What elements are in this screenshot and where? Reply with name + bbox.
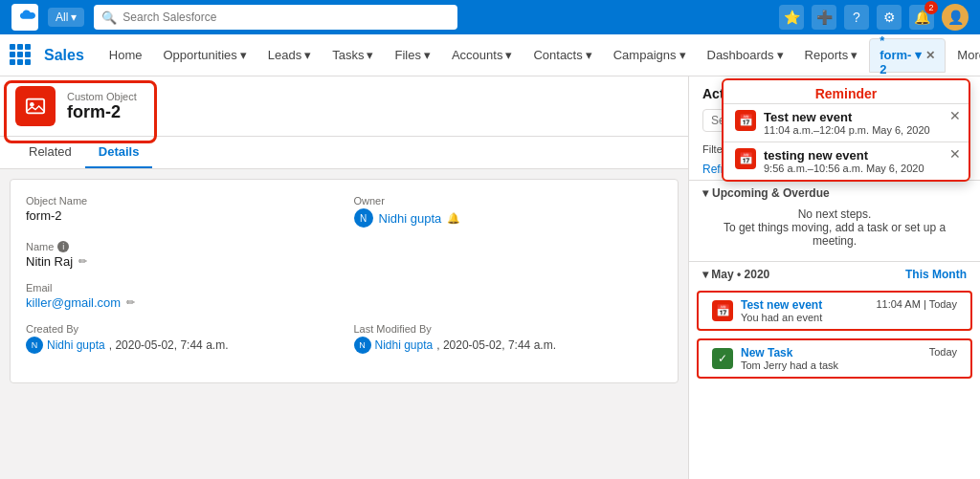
upcoming-title: ▾ Upcoming & Overdue <box>702 186 967 200</box>
svg-point-1 <box>30 102 34 107</box>
help-icon[interactable]: ? <box>844 5 869 30</box>
nav-campaigns-label: Campaigns <box>613 48 677 62</box>
app-name: Sales <box>38 47 90 64</box>
chevron-down-icon: ▾ <box>777 48 784 62</box>
object-header: Custom Object form-2 <box>0 76 688 137</box>
field-email: Email killer@gmail.com ✏ <box>26 282 335 310</box>
nav-dashboards[interactable]: Dashboards ▾ <box>698 38 793 73</box>
nav-contacts[interactable]: Contacts ▾ <box>523 38 601 73</box>
top-bar-right: ⭐ ➕ ? ⚙ 🔔 2 👤 <box>779 4 969 31</box>
activity-item-content-1: New Task Tom Jerry had a task <box>741 346 922 371</box>
nav-campaigns[interactable]: Campaigns ▾ <box>604 38 696 73</box>
nav-tab-label: * form-2 <box>880 33 911 76</box>
name-edit-icon[interactable]: ✏ <box>78 255 87 268</box>
reminder-item-0: 📅 Test new event 11:04 a.m.–12:04 p.m. M… <box>724 103 969 142</box>
detail-tabs: Related Details <box>0 137 688 169</box>
nav-opportunities[interactable]: Opportunities ▾ <box>154 38 256 73</box>
reminder-close-0[interactable]: ✕ <box>949 108 961 123</box>
activity-item-title-1[interactable]: New Task <box>741 346 922 359</box>
reminder-item-content-0: Test new event 11:04 a.m.–12:04 p.m. May… <box>764 110 930 136</box>
created-by-avatar: N <box>26 337 43 354</box>
activity-item-content-0: Test new event You had an event <box>741 298 868 323</box>
object-title-group: Custom Object form-2 <box>67 91 137 122</box>
reminder-calendar-icon-0: 📅 <box>735 110 756 131</box>
chevron-down-icon: ▾ <box>702 186 708 200</box>
info-icon: i <box>57 241 69 252</box>
owner-name[interactable]: Nidhi gupta <box>379 211 442 226</box>
all-dropdown[interactable]: All ▾ <box>48 8 84 27</box>
settings-icon[interactable]: ⚙ <box>877 5 902 30</box>
tab-related[interactable]: Related <box>15 137 85 168</box>
left-panel: Custom Object form-2 Related Details Obj… <box>0 76 688 479</box>
object-type: Custom Object <box>67 91 137 102</box>
this-month-label: This Month <box>905 268 967 281</box>
nav-dashboards-label: Dashboards <box>707 48 774 62</box>
chevron-down-icon: ▾ <box>915 48 922 62</box>
field-name: Name i Nitin Raj ✏ <box>26 241 335 269</box>
tab-details[interactable]: Details <box>85 137 153 168</box>
activity-item-title-0[interactable]: Test new event <box>741 298 868 312</box>
name-value: Nitin Raj ✏ <box>26 254 335 269</box>
chevron-down-icon: ▾ <box>71 11 77 24</box>
activity-item-1: ✓ New Task Tom Jerry had a task Today <box>697 338 972 379</box>
nav-leads-label: Leads <box>268 48 301 62</box>
last-modified-name[interactable]: Nidhi gupta <box>375 338 434 352</box>
task-icon: ✓ <box>712 348 733 369</box>
all-label: All <box>56 11 68 24</box>
top-bar: All ▾ 🔍 ⭐ ➕ ? ⚙ 🔔 2 👤 <box>0 0 980 34</box>
chevron-down-icon: ▾ <box>586 48 592 62</box>
nav-tasks[interactable]: Tasks ▾ <box>323 38 383 73</box>
reminder-calendar-icon-1: 📅 <box>735 148 756 169</box>
details-content: Object Name form-2 Owner N Nidhi gupta 🔔… <box>10 179 679 383</box>
owner-avatar: N <box>354 208 373 228</box>
nav-files[interactable]: Files ▾ <box>385 38 439 73</box>
search-bar[interactable]: 🔍 <box>94 5 457 30</box>
calendar-icon: 📅 <box>712 300 733 321</box>
owner-label: Owner <box>354 195 663 207</box>
salesforce-logo[interactable] <box>11 4 38 31</box>
nav-home[interactable]: Home <box>100 38 152 73</box>
nav-files-label: Files <box>394 48 420 62</box>
object-name-value: form-2 <box>26 208 335 223</box>
created-by-label: Created By <box>26 323 335 335</box>
activity-item-0: 📅 Test new event You had an event 11:04 … <box>697 291 972 331</box>
search-input[interactable] <box>122 11 450 24</box>
nav-tab-form2[interactable]: * form-2 ▾ ✕ <box>869 38 946 73</box>
field-created-by: Created By N Nidhi gupta , 2020-05-02, 7… <box>26 323 335 354</box>
email-value: killer@gmail.com ✏ <box>26 295 335 310</box>
reminder-item-1: 📅 testing new event 9:56 a.m.–10:56 a.m.… <box>724 142 969 180</box>
favorites-icon[interactable]: ⭐ <box>779 5 804 30</box>
reminder-close-1[interactable]: ✕ <box>949 146 961 162</box>
created-by-name[interactable]: Nidhi gupta <box>47 338 105 352</box>
apps-grid-icon[interactable] <box>10 44 31 67</box>
reminder-title: Reminder <box>724 80 969 103</box>
nav-tasks-label: Tasks <box>332 48 364 62</box>
owner-edit-icon[interactable]: 🔔 <box>447 212 460 225</box>
user-avatar[interactable]: 👤 <box>942 4 969 31</box>
nav-leads[interactable]: Leads ▾ <box>258 38 321 73</box>
notification-badge: 2 <box>924 1 938 14</box>
reminder-item-time-1: 9:56 a.m.–10:56 a.m. May 6, 2020 <box>764 163 924 174</box>
created-by-date: , 2020-05-02, 7:44 a.m. <box>109 338 229 352</box>
nav-more[interactable]: More ▾ <box>947 38 980 73</box>
nav-bar: Sales Home Opportunities ▾ Leads ▾ Tasks… <box>0 34 980 76</box>
nav-opp-label: Opportunities <box>164 48 237 62</box>
chevron-down-icon: ▾ <box>505 48 512 62</box>
field-row-4: Created By N Nidhi gupta , 2020-05-02, 7… <box>26 323 662 354</box>
reminder-item-title-1[interactable]: testing new event <box>764 148 924 163</box>
nav-reports[interactable]: Reports ▾ <box>795 38 868 73</box>
tab-close-icon[interactable]: ✕ <box>925 49 935 62</box>
notifications-icon[interactable]: 🔔 2 <box>909 5 934 30</box>
nav-contacts-label: Contacts <box>533 48 582 62</box>
reminder-item-title-0[interactable]: Test new event <box>764 110 930 124</box>
field-empty-2 <box>354 282 663 310</box>
activity-item-time-0: 11:04 AM | Today <box>876 298 957 310</box>
nav-accounts[interactable]: Accounts ▾ <box>442 38 522 73</box>
field-row-3: Email killer@gmail.com ✏ <box>26 282 662 310</box>
email-label: Email <box>26 282 335 294</box>
reminder-item-time-0: 11:04 a.m.–12:04 p.m. May 6, 2020 <box>764 124 930 136</box>
add-icon[interactable]: ➕ <box>812 5 836 30</box>
email-edit-icon[interactable]: ✏ <box>126 296 135 309</box>
activity-item-sub-0: You had an event <box>741 312 868 323</box>
created-by-value: N Nidhi gupta , 2020-05-02, 7:44 a.m. <box>26 337 335 354</box>
